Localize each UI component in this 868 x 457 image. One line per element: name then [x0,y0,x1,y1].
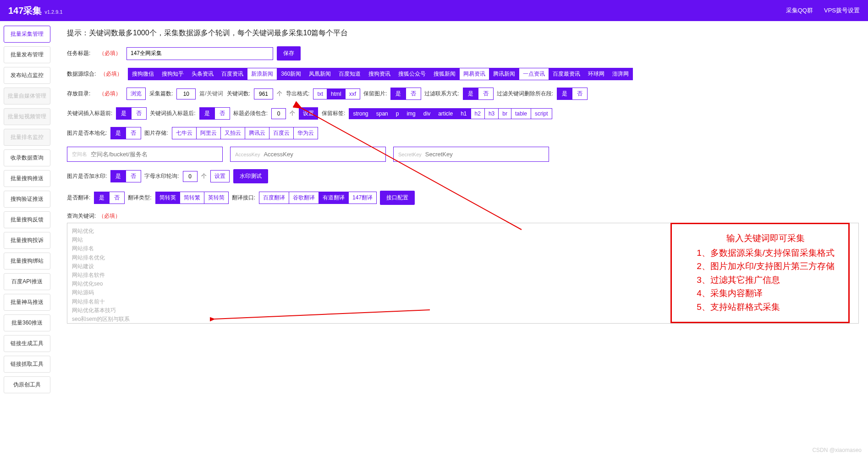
source-tag-15[interactable]: 环球网 [584,68,609,80]
sidebar-item-6[interactable]: 收录数据查询 [4,149,50,166]
del-opt-0[interactable]: 是 [557,88,572,100]
wm-opt-0[interactable]: 是 [110,170,126,182]
transapi-tag-3[interactable]: 147翻译 [348,192,377,204]
filter-opt-0[interactable]: 是 [463,88,478,100]
store-tag-1[interactable]: 阿里云 [196,127,221,139]
trans-opt-0[interactable]: 是 [94,192,110,204]
source-tag-1[interactable]: 搜狗知乎 [158,68,188,80]
source-tag-9[interactable]: 搜狐公众号 [394,68,430,80]
accesskey-field[interactable]: AccessKey [230,147,386,162]
store-tag-5[interactable]: 华为云 [293,127,318,139]
must-set-button[interactable]: 设置 [299,107,318,120]
wm-test-button[interactable]: 水印测试 [233,169,268,183]
sidebar-item-2[interactable]: 发布站点监控 [4,67,50,84]
pre-opt-1[interactable]: 否 [131,107,147,120]
keepimg-opt-1[interactable]: 否 [406,88,421,100]
keeptag-0[interactable]: strong [349,108,372,119]
transapi-tag-0[interactable]: 百度翻译 [259,192,289,204]
sidebar-item-9[interactable]: 批量搜狗反馈 [4,211,50,228]
store-tag-2[interactable]: 又拍云 [220,127,245,139]
sidebar-item-14[interactable]: 批量360推送 [4,314,50,331]
kwcount-input[interactable] [254,88,273,99]
pre-opt-0[interactable]: 是 [116,107,132,120]
link-vps[interactable]: VPS拨号设置 [824,6,860,15]
keeptag-5[interactable]: article [434,108,457,119]
store-tag-0[interactable]: 七牛云 [172,127,197,139]
task-req: （必填） [99,50,121,57]
sidebar-item-10[interactable]: 批量搜狗投诉 [4,232,50,249]
transtype-tag-0[interactable]: 简转英 [155,192,180,204]
wmrot-set-button[interactable]: 设置 [210,170,230,182]
kw-label: 查询关键词: [67,212,96,220]
keeptag-6[interactable]: h1 [456,108,471,119]
source-tag-10[interactable]: 搜狐新闻 [429,68,460,80]
del-opt-1[interactable]: 否 [572,88,588,100]
source-tag-5[interactable]: 360新闻 [277,68,305,80]
sidebar-item-15[interactable]: 链接生成工具 [4,335,50,352]
source-tag-8[interactable]: 搜狗资讯 [364,68,395,80]
keeptag-2[interactable]: p [392,108,403,119]
transtype-tag-1[interactable]: 简转繁 [180,192,204,204]
source-tag-11[interactable]: 网易资讯 [459,68,489,80]
annotation-line-2: 3、过滤其它推广信息 [697,273,835,286]
fmt-tag-2[interactable]: xxf [345,88,360,99]
transapi-label: 翻译接口: [232,194,255,202]
source-tag-14[interactable]: 百度最资讯 [549,68,584,80]
source-tag-6[interactable]: 凤凰新闻 [305,68,335,80]
fmt-tag-1[interactable]: html [327,88,346,99]
keeptag-10[interactable]: table [511,108,531,119]
transapi-tag-1[interactable]: 谷歌翻译 [289,192,319,204]
source-tag-0[interactable]: 搜狗微信 [128,68,158,80]
post-opt-0[interactable]: 是 [199,107,215,120]
sidebar-item-13[interactable]: 批量神马推送 [4,294,50,311]
keeptag-7[interactable]: h2 [471,108,485,119]
transtype-tag-2[interactable]: 英转简 [204,192,229,204]
sidebar-item-1[interactable]: 批量发布管理 [4,46,50,63]
sidebar-item-16[interactable]: 链接抓取工具 [4,356,50,373]
keeptag-3[interactable]: img [402,108,419,119]
store-tag-4[interactable]: 百度云 [269,127,294,139]
space-field[interactable]: 空间名 [67,147,223,162]
store-tag-3[interactable]: 腾讯云 [245,127,269,139]
count-input[interactable] [176,88,196,99]
keeptag-9[interactable]: br [498,108,511,119]
filter-opt-1[interactable]: 否 [478,88,494,100]
source-tag-4[interactable]: 新浪新闻 [247,68,277,80]
sidebar-item-11[interactable]: 批量搜狗绑站 [4,253,50,270]
secretkey-input[interactable] [425,151,544,158]
keeptag-8[interactable]: h3 [484,108,499,119]
save-button[interactable]: 保存 [277,46,301,61]
keepimg-opt-0[interactable]: 是 [390,88,406,100]
trans-opt-1[interactable]: 否 [109,192,125,204]
wmrot-input[interactable] [183,171,198,182]
imglocal-opt-0[interactable]: 是 [110,127,126,139]
source-tag-3[interactable]: 百度资讯 [217,68,247,80]
source-tag-2[interactable]: 头条资讯 [187,68,218,80]
source-tag-12[interactable]: 腾讯新闻 [489,68,519,80]
sidebar-item-8[interactable]: 搜狗验证推送 [4,191,50,208]
source-tag-13[interactable]: 一点资讯 [519,68,549,80]
space-input[interactable] [91,151,218,158]
must-input[interactable] [271,108,286,119]
fmt-tag-0[interactable]: txt [313,88,327,99]
post-opt-1[interactable]: 否 [214,107,230,120]
source-tag-16[interactable]: 澎湃网 [608,68,633,80]
accesskey-input[interactable] [264,151,381,158]
sidebar-item-7[interactable]: 批量搜狗推送 [4,170,50,187]
sidebar-item-0[interactable]: 批量采集管理 [4,26,50,43]
secretkey-field[interactable]: SecretKey [393,147,549,162]
imglocal-opt-1[interactable]: 否 [126,127,141,139]
sidebar-item-17[interactable]: 伪原创工具 [4,376,50,393]
keeptag-11[interactable]: script [531,108,552,119]
keeptag-1[interactable]: span [372,108,392,119]
keeptag-4[interactable]: div [419,108,434,119]
transapi-tag-2[interactable]: 有道翻译 [319,192,349,204]
browse-button[interactable]: 浏览 [126,88,146,100]
task-title-input[interactable] [126,47,273,60]
source-tag-7[interactable]: 百度知道 [335,68,365,80]
sidebar-item-5: 批量排名监控 [4,129,50,146]
sidebar-item-12[interactable]: 百度API推送 [4,273,50,290]
link-qq[interactable]: 采集QQ群 [786,6,813,15]
wm-opt-1[interactable]: 否 [126,170,141,182]
trans-config-button[interactable]: 接口配置 [380,191,415,205]
